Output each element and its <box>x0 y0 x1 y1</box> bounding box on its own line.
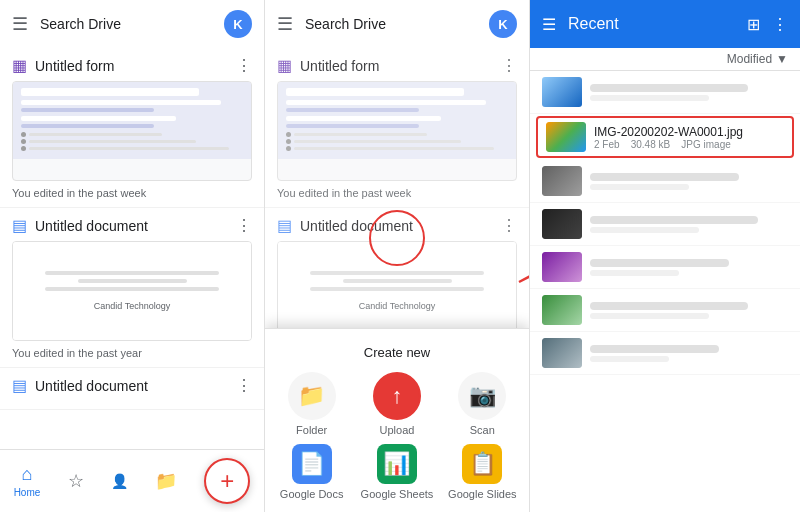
upload-icon-wrap: ↑ <box>373 372 421 420</box>
thumb-img1 <box>546 122 586 152</box>
upload-label: Upload <box>380 424 415 436</box>
list-item-blur2[interactable] <box>530 160 800 203</box>
scan-label: Scan <box>470 424 495 436</box>
file-list: IMG-20200202-WA0001.jpg 2 Feb 30.48 kB J… <box>530 71 800 512</box>
middle-hamburger-icon[interactable]: ☰ <box>277 13 293 35</box>
file-name-img1: IMG-20200202-WA0001.jpg <box>594 125 784 139</box>
create-new-bottom-row: 📄 Google Docs 📊 Google Sheets 📋 Google S… <box>273 444 521 500</box>
list-item-blur6[interactable] <box>530 332 800 375</box>
slides-icon: 📋 <box>469 451 496 477</box>
grid-view-icon[interactable]: ⊞ <box>747 15 760 34</box>
file-item-form[interactable]: ▦ Untitled form ⋮ You edited in the past… <box>0 48 264 208</box>
doc2-name: Untitled document <box>35 378 228 394</box>
create-upload-item[interactable]: ↑ Upload <box>358 372 435 436</box>
create-new-top-row: 📁 Folder ↑ Upload 📷 Scan <box>273 372 521 436</box>
more-icon-form[interactable]: ⋮ <box>236 56 252 75</box>
form-name: Untitled form <box>35 58 228 74</box>
doc-icon-2: ▤ <box>12 376 27 395</box>
folder-label: Folder <box>296 424 327 436</box>
folder-icon-nav: 📁 <box>155 470 177 492</box>
middle-form-preview <box>277 81 517 181</box>
file-item-doc1[interactable]: ▤ Untitled document ⋮ Candid Technology … <box>0 208 264 368</box>
upload-icon: ↑ <box>391 383 402 409</box>
nav-shared[interactable]: 👤 <box>111 473 128 489</box>
home-icon: ⌂ <box>22 464 33 485</box>
sheets-icon-wrap: 📊 <box>377 444 417 484</box>
fab-button[interactable]: + <box>204 458 250 504</box>
doc1-company: Candid Technology <box>94 301 170 311</box>
nav-files[interactable]: 📁 <box>155 470 177 492</box>
list-item-blur3[interactable] <box>530 203 800 246</box>
middle-more-doc[interactable]: ⋮ <box>501 216 517 235</box>
form-icon: ▦ <box>12 56 27 75</box>
middle-doc-name: Untitled document <box>300 218 493 234</box>
sort-arrow-icon[interactable]: ▼ <box>776 52 788 66</box>
avatar-left[interactable]: K <box>224 10 252 38</box>
doc1-name: Untitled document <box>35 218 228 234</box>
people-icon: 👤 <box>111 473 128 489</box>
create-docs-item[interactable]: 📄 Google Docs <box>273 444 350 500</box>
folder-icon-wrap: 📁 <box>288 372 336 420</box>
middle-file-form[interactable]: ▦ Untitled form ⋮ You edited in the past… <box>265 48 529 208</box>
docs-label: Google Docs <box>280 488 344 500</box>
doc1-preview: Candid Technology <box>12 241 252 341</box>
right-title: Recent <box>568 15 735 33</box>
list-item-img1[interactable]: IMG-20200202-WA0001.jpg 2 Feb 30.48 kB J… <box>536 116 794 158</box>
middle-form-icon: ▦ <box>277 56 292 75</box>
list-item-blur5[interactable] <box>530 289 800 332</box>
right-header: ☰ Recent ⊞ ⋮ <box>530 0 800 48</box>
scan-icon-wrap: 📷 <box>458 372 506 420</box>
scan-icon: 📷 <box>469 383 496 409</box>
sheets-icon: 📊 <box>383 451 410 477</box>
star-icon: ☆ <box>68 470 84 492</box>
create-slides-item[interactable]: 📋 Google Slides <box>444 444 521 500</box>
list-item-blur1[interactable] <box>530 71 800 114</box>
bottom-nav: ⌂ Home ☆ 👤 📁 + <box>0 449 264 512</box>
more-icon-doc2[interactable]: ⋮ <box>236 376 252 395</box>
create-new-panel: Create new 📁 Folder ↑ Upload 📷 Scan <box>265 328 529 512</box>
file-meta-img1: 2 Feb 30.48 kB JPG image <box>594 139 784 150</box>
nav-home[interactable]: ⌂ Home <box>14 464 41 498</box>
docs-icon-wrap: 📄 <box>292 444 332 484</box>
left-panel: ☰ Search Drive K ▦ Untitled form ⋮ <box>0 0 265 512</box>
middle-doc-preview: Candid Technology <box>277 241 517 341</box>
list-item-blur4[interactable] <box>530 246 800 289</box>
folder-icon-create: 📁 <box>298 383 325 409</box>
middle-form-name: Untitled form <box>300 58 493 74</box>
create-new-title: Create new <box>273 345 521 360</box>
doc1-meta: You edited in the past year <box>12 347 252 359</box>
more-options-icon[interactable]: ⋮ <box>772 15 788 34</box>
form-preview <box>12 81 252 181</box>
left-header: ☰ Search Drive K <box>0 0 264 48</box>
middle-form-meta: You edited in the past week <box>277 187 517 199</box>
left-search-label[interactable]: Search Drive <box>40 16 212 32</box>
more-icon-doc1[interactable]: ⋮ <box>236 216 252 235</box>
doc-icon-1: ▤ <box>12 216 27 235</box>
slides-icon-wrap: 📋 <box>462 444 502 484</box>
create-sheets-item[interactable]: 📊 Google Sheets <box>358 444 435 500</box>
right-hamburger-icon[interactable]: ☰ <box>542 15 556 34</box>
middle-more-form[interactable]: ⋮ <box>501 56 517 75</box>
file-item-doc2[interactable]: ▤ Untitled document ⋮ <box>0 368 264 410</box>
hamburger-icon[interactable]: ☰ <box>12 13 28 35</box>
docs-icon: 📄 <box>298 451 325 477</box>
form-meta: You edited in the past week <box>12 187 252 199</box>
create-scan-item[interactable]: 📷 Scan <box>444 372 521 436</box>
sheets-label: Google Sheets <box>361 488 434 500</box>
middle-doc-company: Candid Technology <box>359 301 435 311</box>
sort-bar: Modified ▼ <box>530 48 800 71</box>
fab-icon: + <box>220 467 234 495</box>
middle-panel: ☰ Search Drive K ▦ Untitled form ⋮ <box>265 0 530 512</box>
nav-starred[interactable]: ☆ <box>68 470 84 492</box>
sort-label[interactable]: Modified <box>727 52 772 66</box>
right-panel: ☰ Recent ⊞ ⋮ Modified ▼ IMG-20200202-WA0… <box>530 0 800 512</box>
thumb-blur1 <box>542 77 582 107</box>
middle-header: ☰ Search Drive K <box>265 0 529 48</box>
avatar-middle[interactable]: K <box>489 10 517 38</box>
slides-label: Google Slides <box>448 488 517 500</box>
nav-home-label: Home <box>14 487 41 498</box>
create-folder-item[interactable]: 📁 Folder <box>273 372 350 436</box>
middle-doc-icon: ▤ <box>277 216 292 235</box>
middle-search-label[interactable]: Search Drive <box>305 16 477 32</box>
